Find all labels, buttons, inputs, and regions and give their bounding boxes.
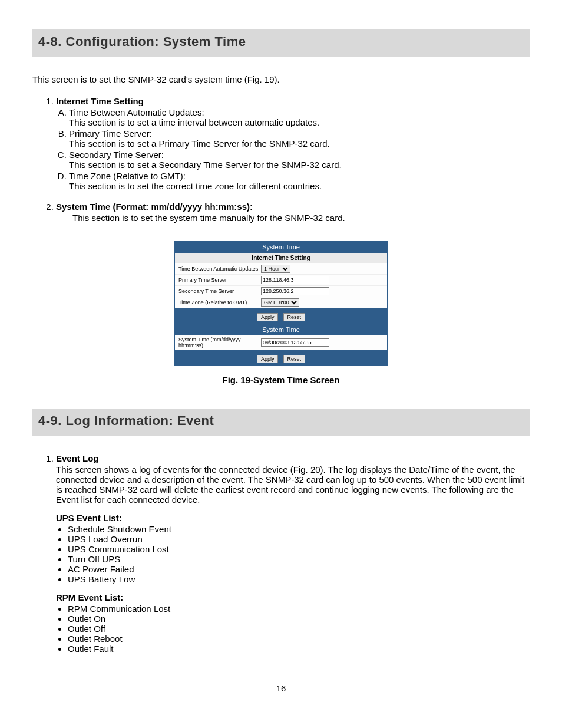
sub-item-d: Time Zone (Relative to GMT): This sectio… xyxy=(69,171,530,191)
list-item: AC Power Failed xyxy=(68,564,530,574)
sub-item-body: This section is to set a time interval b… xyxy=(69,117,319,127)
figure-row-timezone: Time Zone (Relative to GMT) GMT+8:00 xyxy=(175,297,387,308)
apply-button[interactable]: Apply xyxy=(257,355,279,363)
list-item-internet-time: Internet Time Setting Time Between Autom… xyxy=(56,96,530,191)
figure-button-bar-2: Apply Reset xyxy=(175,350,387,365)
figure-caption: Fig. 19-System Time Screen xyxy=(32,375,530,385)
list-item-title: Internet Time Setting xyxy=(56,96,144,106)
figure-row-systime: System Time (mm/dd/yyyy hh:mm:ss) xyxy=(175,335,387,350)
list-item-system-time: System Time (Format: mm/dd/yyyy hh:mm:ss… xyxy=(56,202,530,223)
figure-label: Time Between Automatic Updates xyxy=(178,266,261,272)
figure-label: System Time (mm/dd/yyyy hh:mm:ss) xyxy=(178,337,261,348)
section-heading-4-8: 4-8. Configuration: System Time xyxy=(32,29,530,57)
list-item-title: System Time (Format: mm/dd/yyyy hh:mm:ss… xyxy=(56,202,253,212)
list-item: UPS Battery Low xyxy=(68,574,530,584)
list-item: UPS Communication Lost xyxy=(68,544,530,554)
figure-row-secondary: Secondary Time Server xyxy=(175,286,387,297)
interval-select[interactable]: 1 Hour xyxy=(261,265,290,273)
figure-row-interval: Time Between Automatic Updates 1 Hour xyxy=(175,263,387,275)
page-number: 16 xyxy=(32,683,530,693)
sub-item-head: Time Between Automatic Updates: xyxy=(69,107,204,117)
sub-item-c: Secondary Time Server: This section is t… xyxy=(69,150,530,170)
figure-label: Primary Time Server xyxy=(178,277,261,283)
sub-item-b: Primary Time Server: This section is to … xyxy=(69,129,530,149)
ups-event-list-title: UPS Event List: xyxy=(56,513,530,523)
rpm-event-list: RPM Communication Lost Outlet On Outlet … xyxy=(68,604,530,654)
secondary-server-input[interactable] xyxy=(261,287,329,295)
figure-label: Time Zone (Relative to GMT) xyxy=(178,299,261,305)
list-item-title: Event Log xyxy=(56,453,99,463)
reset-button[interactable]: Reset xyxy=(283,313,306,321)
list-item: RPM Communication Lost xyxy=(68,604,530,614)
reset-button[interactable]: Reset xyxy=(283,355,306,363)
event-log-body: This screen shows a log of events for th… xyxy=(56,465,530,505)
sub-item-head: Secondary Time Server: xyxy=(69,150,164,160)
figure-button-bar-1: Apply Reset xyxy=(175,308,387,324)
sub-item-body: This section is to set a Secondary Time … xyxy=(69,160,342,170)
list-item: UPS Load Overrun xyxy=(68,534,530,544)
list-item: Outlet On xyxy=(68,614,530,624)
system-time-input[interactable] xyxy=(261,338,329,347)
rpm-event-list-title: RPM Event List: xyxy=(56,592,530,602)
list-item: Turn Off UPS xyxy=(68,554,530,564)
sub-item-body: This section is to set the correct time … xyxy=(69,181,322,191)
figure-system-time: System Time Internet Time Setting Time B… xyxy=(174,241,388,366)
intro-paragraph: This screen is to set the SNMP-32 card's… xyxy=(32,74,530,84)
main-ordered-list-49: Event Log This screen shows a log of eve… xyxy=(56,453,530,654)
primary-server-input[interactable] xyxy=(261,276,329,284)
main-ordered-list: Internet Time Setting Time Between Autom… xyxy=(56,96,530,223)
sub-list-alpha: Time Between Automatic Updates: This sec… xyxy=(69,107,530,191)
list-item-body: This section is to set the system time m… xyxy=(72,213,530,223)
sub-item-body: This section is to set a Primary Time Se… xyxy=(69,139,330,149)
figure-header-system-time: System Time xyxy=(175,241,387,253)
section-heading-4-9: 4-9. Log Information: Event xyxy=(32,409,530,436)
list-item: Outlet Reboot xyxy=(68,634,530,644)
sub-item-head: Time Zone (Relative to GMT): xyxy=(69,171,186,181)
ups-event-list: Schedule Shutdown Event UPS Load Overrun… xyxy=(68,524,530,584)
figure-row-primary: Primary Time Server xyxy=(175,275,387,286)
apply-button[interactable]: Apply xyxy=(257,313,279,321)
figure-header-system-time-2: System Time xyxy=(175,324,387,335)
sub-item-a: Time Between Automatic Updates: This sec… xyxy=(69,107,530,127)
figure-subheader-internet-time: Internet Time Setting xyxy=(175,253,387,263)
list-item: Outlet Off xyxy=(68,624,530,634)
list-item: Schedule Shutdown Event xyxy=(68,524,530,534)
timezone-select[interactable]: GMT+8:00 xyxy=(261,298,299,307)
figure-label: Secondary Time Server xyxy=(178,288,261,294)
list-item-event-log: Event Log This screen shows a log of eve… xyxy=(56,453,530,654)
sub-item-head: Primary Time Server: xyxy=(69,129,152,139)
list-item: Outlet Fault xyxy=(68,644,530,654)
